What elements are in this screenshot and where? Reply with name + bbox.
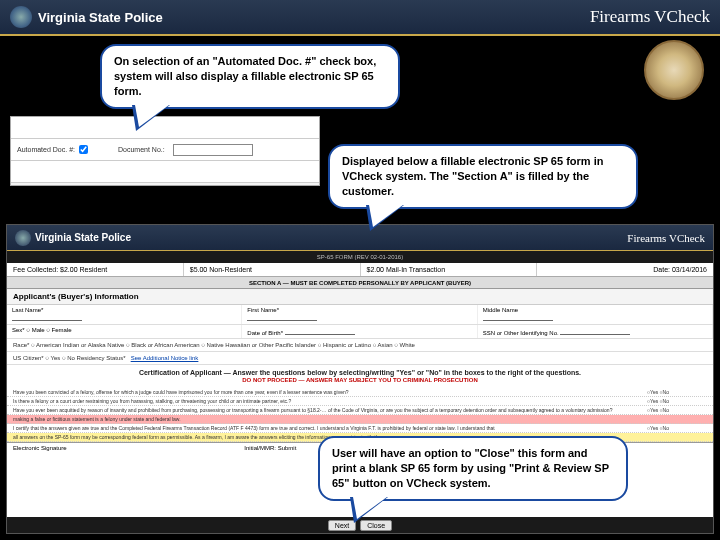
esig-label: Electronic Signature (13, 445, 244, 451)
q4: I certify that the answers given are tru… (13, 425, 647, 431)
fee-mailin: $2.00 Mail-In Transaction (361, 263, 538, 276)
q2-yn[interactable]: ○Yes ○No (647, 398, 707, 404)
vsp-seal-icon (10, 6, 32, 28)
ssn-input[interactable] (560, 327, 630, 335)
vsp-seal-icon (15, 230, 31, 246)
demo-row: Sex* ○ Male ○ Female Date of Birth* SSN … (7, 325, 713, 339)
snippet-blank-row2 (11, 161, 319, 183)
dob-input[interactable] (285, 327, 355, 335)
form-header-bar: SP-65 FORM (REV 02-01-2016) (7, 251, 713, 263)
fee-resident: Fee Collected: $2.00 Resident (7, 263, 184, 276)
snippet-auto-row: Automated Doc. #: Document No.: (11, 139, 319, 161)
inner-product: Firearms VCheck (627, 232, 705, 244)
inner-banner: Virginia State Police Firearms VCheck (7, 225, 713, 251)
hl-red-text: making a false or fictitious statement i… (13, 416, 647, 422)
question-row: I certify that the answers given are tru… (7, 424, 713, 433)
callout-text: On selection of an "Automated Doc. #" ch… (114, 55, 376, 97)
banner-product: Firearms VCheck (590, 7, 710, 27)
q1: Have you been convicted of a felony, off… (13, 389, 647, 395)
q2: Is there a felony or a court order restr… (13, 398, 647, 404)
certification-area: Certification of Applicant — Answer the … (7, 365, 713, 388)
middle-name-input[interactable] (483, 313, 553, 321)
race-row[interactable]: Race* ○ American Indian or Alaska Native… (7, 339, 713, 352)
dob-label: Date of Birth* (247, 330, 283, 336)
callout-tail-icon (132, 105, 170, 131)
callout-close-print: User will have an option to "Close" this… (318, 436, 628, 501)
form-date: Date: 03/14/2016 (537, 263, 713, 276)
fee-nonresident: $5.00 Non-Resident (184, 263, 361, 276)
question-row: Have you been convicted of a felony, off… (7, 388, 713, 397)
automated-doc-checkbox[interactable] (79, 145, 88, 154)
fee-row: Fee Collected: $2.00 Resident $5.00 Non-… (7, 263, 713, 277)
question-row-highlight: making a false or fictitious statement i… (7, 415, 713, 424)
sex-field[interactable]: Sex* ○ Male ○ Female (7, 325, 242, 338)
q1-yn[interactable]: ○Yes ○No (647, 389, 707, 395)
name-row: Last Name* First Name* Middle Name (7, 305, 713, 325)
top-banner: Virginia State Police Firearms VCheck (0, 0, 720, 36)
ssn-label: SSN or Other Identifying No. (483, 330, 559, 336)
q3-yn[interactable]: ○Yes ○No (647, 407, 707, 413)
first-name-input[interactable] (247, 313, 317, 321)
callout-tail-icon (366, 205, 404, 231)
citizen-row[interactable]: US Citizen* ○ Yes ○ No Residency Status*… (7, 352, 713, 365)
vsp-seal-large-icon (644, 40, 704, 100)
banner-left: Virginia State Police (10, 6, 163, 28)
callout-tail-icon (350, 497, 388, 523)
callout-text: User will have an option to "Close" this… (332, 447, 609, 489)
additional-notice-link[interactable]: See Additional Notice link (131, 355, 199, 361)
document-no-input[interactable] (173, 144, 253, 156)
inner-title: Virginia State Police (35, 232, 131, 243)
banner-title: Virginia State Police (38, 10, 163, 25)
question-row: Have you ever been acquitted by reason o… (7, 406, 713, 415)
applicant-heading: Applicant's (Buyer's) Information (7, 289, 713, 305)
callout-text: Displayed below a fillable electronic SP… (342, 155, 603, 197)
callout-auto-doc: On selection of an "Automated Doc. #" ch… (100, 44, 400, 109)
document-no-label: Document No.: (118, 146, 165, 153)
warning-text: DO NOT PROCEED — ANSWER MAY SUBJECT YOU … (13, 377, 707, 385)
section-a-bar: SECTION A — MUST BE COMPLETED PERSONALLY… (7, 277, 713, 289)
callout-section-a: Displayed below a fillable electronic SP… (328, 144, 638, 209)
us-citizen-label: US Citizen* ○ Yes ○ No Residency Status* (13, 355, 126, 361)
q4-yn[interactable]: ○Yes ○No (647, 425, 707, 431)
question-row: Is there a felony or a court order restr… (7, 397, 713, 406)
last-name-input[interactable] (12, 313, 82, 321)
auto-doc-label: Automated Doc. #: (17, 146, 75, 153)
cert-title: Certification of Applicant — Answer the … (13, 368, 707, 377)
q3: Have you ever been acquitted by reason o… (13, 407, 647, 413)
